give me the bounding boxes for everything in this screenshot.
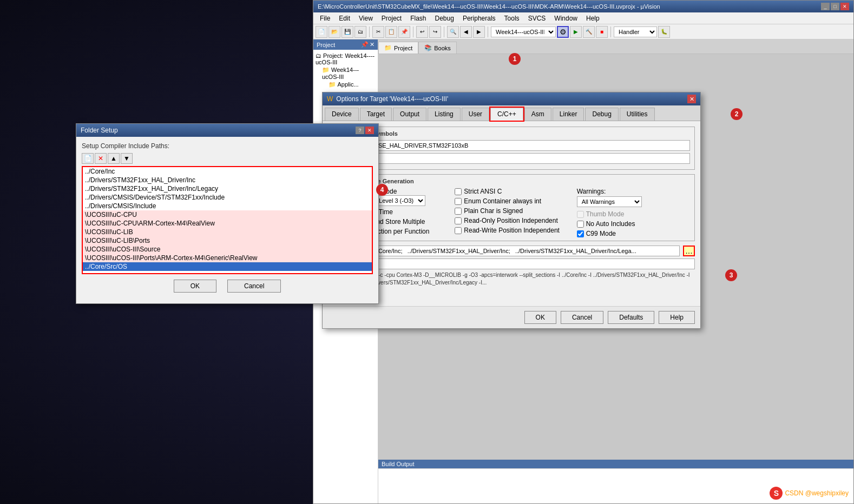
nav-back-button[interactable]: ◀ [460, 26, 472, 38]
tab-linker[interactable]: Linker [553, 108, 584, 121]
tab-cc[interactable]: C/C++ [490, 108, 523, 121]
tree-week14-icon: 📁 [322, 67, 330, 73]
path-item-4[interactable]: ../Drivers/CMSIS/Include [83, 202, 372, 210]
plain-char-row: Plain Char is Signed [455, 207, 568, 215]
undo-button[interactable]: ↩ [416, 26, 428, 38]
folder-footer: OK Cancel [82, 274, 373, 298]
options-ok-button[interactable]: OK [524, 311, 556, 324]
find-button[interactable]: 🔍 [447, 26, 459, 38]
path-item-7[interactable]: \UCOSIII\uC-LIB [83, 228, 372, 236]
read-write-cb[interactable] [455, 227, 462, 234]
folder-up-button[interactable]: ▲ [108, 153, 120, 164]
folder-new-button[interactable]: 📄 [82, 153, 94, 164]
tree-week14-item[interactable]: 📁 Week14---ucOS-III [316, 66, 376, 81]
plain-char-label: Plain Char is Signed [464, 207, 523, 215]
redo-button[interactable]: ↪ [429, 26, 441, 38]
strict-ansi-cb[interactable] [455, 188, 462, 195]
nav-fwd-button[interactable]: ▶ [473, 26, 485, 38]
path-item-0[interactable]: ../Core/Inc [83, 167, 372, 176]
tab-device[interactable]: Device [325, 108, 359, 121]
path-item-11[interactable]: ../Core/Src/OS [83, 262, 372, 271]
open-button[interactable]: 📂 [329, 26, 340, 38]
menu-file[interactable]: File [316, 14, 334, 23]
cut-button[interactable]: ✂ [372, 26, 384, 38]
no-auto-cb[interactable] [577, 221, 584, 228]
menu-view[interactable]: View [354, 14, 377, 23]
stop-button[interactable]: ■ [596, 26, 608, 38]
paste-button[interactable]: 📌 [398, 26, 410, 38]
options-defaults-button[interactable]: Defaults [608, 311, 654, 324]
warnings-combo[interactable]: All Warnings [577, 196, 642, 207]
thumb-mode-cb[interactable] [577, 211, 584, 218]
folder-question-button[interactable]: ? [356, 127, 364, 134]
tab-asm[interactable]: Asm [524, 108, 551, 121]
folder-delete-button[interactable]: ✕ [95, 153, 107, 164]
tab-debug[interactable]: Debug [585, 108, 618, 121]
menu-help[interactable]: Help [582, 14, 604, 23]
path-item-8[interactable]: \UCOSIII\uC-LIB\Ports [83, 236, 372, 245]
menu-peripherals[interactable]: Peripherals [458, 14, 500, 23]
tab-target[interactable]: Target [360, 108, 392, 121]
handler-combo[interactable]: Handler [614, 26, 657, 37]
tree-applic-item[interactable]: 📁 Applic... [316, 81, 376, 89]
plain-char-cb[interactable] [455, 208, 462, 215]
copy-button[interactable]: 📋 [385, 26, 397, 38]
path-item-3[interactable]: ../Drivers/CMSIS/Device/ST/STM32F1xx/Inc… [83, 193, 372, 202]
include-paths-input[interactable] [371, 246, 680, 256]
menu-tools[interactable]: Tools [500, 14, 524, 23]
path-item-1[interactable]: ../Drivers/STM32F1xx_HAL_Driver/Inc [83, 176, 372, 184]
folder-close-button[interactable]: ✕ [365, 127, 374, 134]
enum-container-cb[interactable] [455, 198, 462, 205]
menu-svcs[interactable]: SVCS [524, 14, 550, 23]
tab-user[interactable]: User [462, 108, 489, 121]
include-browse-button[interactable]: … [683, 246, 695, 256]
menu-debug[interactable]: Debug [431, 14, 458, 23]
tab-output[interactable]: Output [393, 108, 426, 121]
include-paths-row: Include Paths … [328, 246, 695, 256]
c99-mode-label: C99 Mode [586, 230, 616, 237]
menu-flash[interactable]: Flash [406, 14, 430, 23]
rebuild-button[interactable]: 🔨 [583, 26, 595, 38]
close-ide-button[interactable]: ✕ [840, 3, 849, 10]
project-pin-icon[interactable]: 📌 [361, 41, 369, 48]
folder-toolbar: 📄 ✕ ▲ ▼ [82, 153, 373, 164]
save-button[interactable]: 💾 [341, 26, 353, 38]
new-file-button[interactable]: 📄 [316, 26, 327, 38]
options-close-button[interactable]: ✕ [687, 95, 696, 103]
path-list[interactable]: ../Core/Inc ../Drivers/STM32F1xx_HAL_Dri… [82, 166, 373, 274]
path-item-10[interactable]: \UCOSIII\uCOS-III\Ports\ARM-Cortex-M4\Ge… [83, 254, 372, 262]
read-only-cb[interactable] [455, 217, 462, 224]
menu-edit[interactable]: Edit [334, 14, 354, 23]
target-combo[interactable]: Week14---ucOS-III [491, 26, 556, 37]
read-only-row: Read-Only Position Independent [455, 217, 568, 224]
tab-project[interactable]: 📁 Project [378, 42, 418, 54]
path-item-2[interactable]: ../Drivers/STM32F1xx_HAL_Driver/Inc/Lega… [83, 184, 372, 193]
tab-utilities[interactable]: Utilities [620, 108, 655, 121]
project-close-icon[interactable]: ✕ [370, 41, 375, 48]
menu-project[interactable]: Project [377, 14, 406, 23]
tab-listing[interactable]: Listing [428, 108, 461, 121]
misc-controls-row: Misc Controls [328, 258, 695, 269]
undefine-input[interactable] [371, 153, 690, 164]
misc-controls-input[interactable] [371, 258, 695, 269]
c99-mode-cb[interactable] [577, 230, 584, 237]
tab-books[interactable]: 📚 Books [418, 42, 457, 54]
path-item-5[interactable]: \UCOSIII\uC-CPU [83, 210, 372, 219]
path-item-6[interactable]: \UCOSIII\uC-CPU\ARM-Cortex-M4\RealView [83, 219, 372, 228]
folder-cancel-button[interactable]: Cancel [227, 280, 281, 293]
save-all-button[interactable]: 🗂 [354, 26, 366, 38]
build-button[interactable]: ▶ [570, 26, 582, 38]
define-input[interactable] [371, 140, 690, 151]
options-button[interactable]: ⚙ [557, 26, 569, 38]
path-item-9[interactable]: \UCOSIII\uCOS-III\Source [83, 245, 372, 254]
tree-project-root[interactable]: 🗂 Project: Week14----ucOS-III [316, 52, 376, 66]
run-debug-button[interactable]: 🐛 [658, 26, 670, 38]
folder-ok-button[interactable]: OK [174, 280, 216, 293]
options-help-button[interactable]: Help [659, 311, 695, 324]
options-cancel-button[interactable]: Cancel [561, 311, 603, 324]
maximize-button[interactable]: □ [831, 3, 839, 10]
folder-down-button[interactable]: ▼ [121, 153, 133, 164]
minimize-button[interactable]: _ [821, 3, 830, 10]
menu-window[interactable]: Window [550, 14, 582, 23]
optimization-combo[interactable]: Level 3 (-O3) [374, 195, 425, 206]
